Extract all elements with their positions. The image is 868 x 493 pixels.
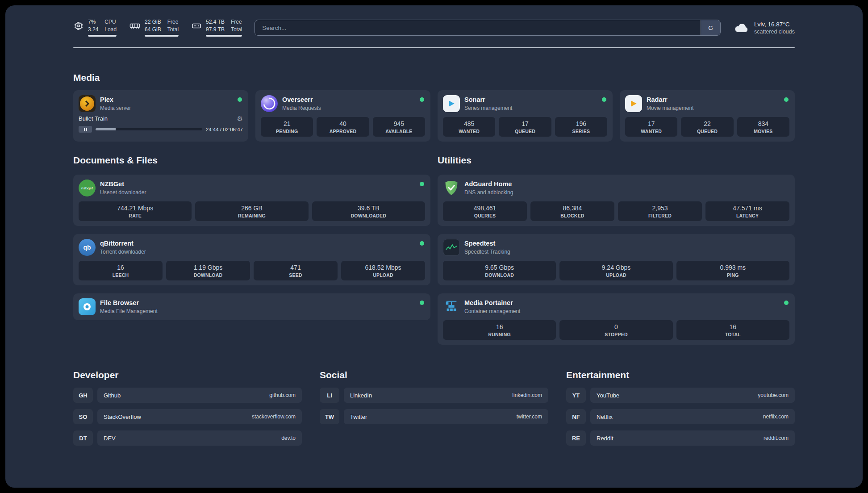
search-bar: G <box>255 20 721 36</box>
bookmark-abbr: LI <box>320 388 339 403</box>
utilities-column: Utilities AdGuard Home <box>438 155 795 345</box>
pause-button[interactable] <box>79 126 92 133</box>
section-title-entertainment: Entertainment <box>566 370 795 380</box>
bookmark-reddit[interactable]: RE Reddit reddit.com <box>566 430 795 446</box>
stat-label: RUNNING <box>445 332 554 337</box>
overseerr-icon <box>261 95 278 112</box>
stat-label: UPLOAD <box>343 272 423 278</box>
stat-value: 16 <box>678 323 788 330</box>
stat-value: 17 <box>501 120 549 127</box>
memory-free-label: Free <box>167 19 179 26</box>
bookmark-twitter[interactable]: TW Twitter twitter.com <box>320 409 548 424</box>
bookmark-name: Reddit <box>597 435 613 442</box>
stat-label: DOWNLOAD <box>445 272 554 278</box>
portainer-icon <box>443 298 460 315</box>
stat-value: 40 <box>318 120 367 127</box>
bookmark-name: Twitter <box>350 414 367 420</box>
bookmark-abbr: SO <box>73 409 93 424</box>
stat-box: 618.52 Mbps UPLOAD <box>341 261 425 280</box>
stat-label: PING <box>678 272 788 278</box>
service-name: AdGuard Home <box>464 180 513 188</box>
stat-value: 16 <box>445 323 554 330</box>
stat-box: 2,953 FILTERED <box>618 201 702 221</box>
service-card-speedtest[interactable]: Speedtest Speedtest Tracking 9.65 Gbps D… <box>438 234 795 285</box>
plex-icon <box>79 95 96 112</box>
bookmark-linkedin[interactable]: LI LinkedIn linkedin.com <box>320 388 548 403</box>
documents-column: Documents & Files nzbget NZBGet Usenet d… <box>73 155 430 345</box>
section-title-social: Social <box>320 370 548 380</box>
stat-box: 498,461 QUERIES <box>443 201 527 221</box>
service-name: Speedtest <box>464 240 510 247</box>
service-desc: Series management <box>464 105 512 111</box>
bookmark-abbr: DT <box>73 430 93 446</box>
adguard-icon <box>443 180 460 196</box>
stat-value: 21 <box>263 120 311 127</box>
stat-value: 744.21 Mbps <box>80 205 190 212</box>
bookmark-abbr: YT <box>566 388 586 403</box>
service-desc: Usenet downloader <box>100 189 146 196</box>
service-card-overseerr[interactable]: Overseerr Media Requests 21 PENDING 40 A… <box>255 90 430 142</box>
cpu-icon <box>73 21 84 31</box>
stat-box: 86,384 BLOCKED <box>530 201 614 221</box>
service-card-radarr[interactable]: Radarr Movie management 17 WANTED 22 QUE… <box>620 90 795 142</box>
bookmarks-row: Developer GH Github github.com SO StackO… <box>73 370 795 452</box>
service-card-qbittorrent[interactable]: qb qBittorrent Torrent downloader 16 LEE… <box>73 234 430 285</box>
bookmark-stackoverflow[interactable]: SO StackOverflow stackoverflow.com <box>73 409 302 424</box>
stat-value: 0.993 ms <box>678 264 788 271</box>
playback-progress-bar[interactable] <box>96 128 202 130</box>
filebrowser-icon <box>79 298 96 315</box>
cpu-usage-value: 7% <box>88 19 98 26</box>
topbar-divider <box>73 47 795 48</box>
stat-value: 47.571 ms <box>707 205 788 212</box>
stat-label: DOWNLOADED <box>314 213 423 218</box>
cpu-load-value: 3.24 <box>88 26 98 33</box>
stat-box: 47.571 ms LATENCY <box>705 201 789 221</box>
stat-value: 196 <box>557 120 605 127</box>
search-input[interactable] <box>255 20 701 35</box>
stat-label: UPLOAD <box>561 272 671 278</box>
stat-label: PENDING <box>263 129 311 134</box>
stat-box: 16 RUNNING <box>443 320 556 340</box>
cpu-usage-label: CPU <box>104 19 117 26</box>
bookmarks-entertainment: Entertainment YT YouTube youtube.com NF … <box>566 370 795 452</box>
cloud-icon <box>733 22 749 33</box>
cpu-load-label: Load <box>104 26 117 33</box>
stat-value: 498,461 <box>445 205 525 212</box>
service-card-portainer[interactable]: Media Portainer Container management 16 … <box>438 293 795 345</box>
topbar: 7% CPU 3.24 Load 22 <box>73 19 795 37</box>
disk-metric: 52.4 TB Free 97.9 TB Total <box>191 19 242 37</box>
stat-box: 21 PENDING <box>261 117 313 137</box>
weather-condition: scattered clouds <box>754 29 795 35</box>
stat-label: QUEUED <box>501 129 549 134</box>
now-playing-title: Bullet Train <box>79 115 108 122</box>
stat-value: 22 <box>683 120 731 127</box>
search-provider-button[interactable]: G <box>701 20 720 35</box>
service-card-sonarr[interactable]: Sonarr Series management 485 WANTED 17 Q… <box>438 90 613 142</box>
bookmark-github[interactable]: GH Github github.com <box>73 388 302 403</box>
service-card-filebrowser[interactable]: File Browser Media File Management <box>73 293 430 320</box>
service-desc: Media File Management <box>100 308 158 314</box>
bookmark-netflix[interactable]: NF Netflix netflix.com <box>566 409 795 424</box>
service-card-nzbget[interactable]: nzbget NZBGet Usenet downloader 744.21 M… <box>73 175 430 226</box>
bookmark-youtube[interactable]: YT YouTube youtube.com <box>566 388 795 403</box>
bookmark-dev[interactable]: DT DEV dev.to <box>73 430 302 446</box>
cpu-metric: 7% CPU 3.24 Load <box>73 19 117 37</box>
service-card-adguard[interactable]: AdGuard Home DNS and adblocking 498,461 … <box>438 175 795 226</box>
nzbget-icon: nzbget <box>79 180 96 196</box>
stat-box: 9.24 Gbps UPLOAD <box>559 261 672 280</box>
bookmark-url: twitter.com <box>517 414 542 420</box>
stat-box: 471 SEED <box>254 261 338 280</box>
disk-icon <box>191 21 202 31</box>
service-card-plex[interactable]: Plex Media server Bullet Train ⚙ 24:44 /… <box>73 90 248 142</box>
service-desc: Media Requests <box>282 105 321 111</box>
stat-value: 1.19 Gbps <box>168 264 248 271</box>
qbittorrent-icon: qb <box>79 239 96 256</box>
disk-free-label: Free <box>231 19 242 26</box>
gear-icon[interactable]: ⚙ <box>237 115 243 122</box>
bookmark-url: youtube.com <box>758 392 789 398</box>
stat-box: 22 QUEUED <box>681 117 733 137</box>
stat-label: FILTERED <box>620 213 700 218</box>
bookmark-url: linkedin.com <box>512 392 542 398</box>
bookmark-url: stackoverflow.com <box>252 414 296 420</box>
middle-columns: Documents & Files nzbget NZBGet Usenet d… <box>73 155 795 345</box>
